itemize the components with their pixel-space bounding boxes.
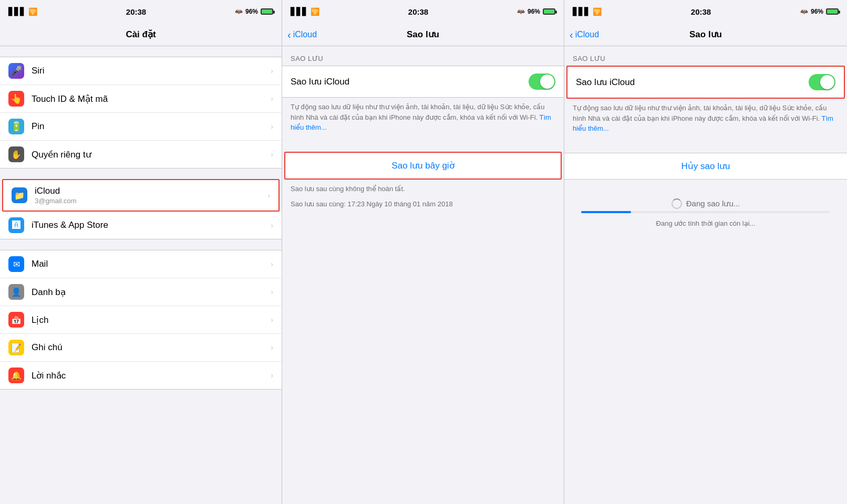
status-signal: ▋▋▋ 🛜: [8, 7, 37, 16]
icloud-chevron: ›: [267, 191, 270, 200]
bat-icon-3: 🦇: [800, 8, 808, 15]
settings-item-pin[interactable]: 🔋 Pin ›: [0, 113, 282, 141]
cancel-backup-card: Hủy sao lưu: [564, 153, 847, 180]
backup-toggle-card-2: Sao lưu iCloud: [566, 66, 845, 99]
settings-item-notes[interactable]: 📝 Ghi chú ›: [0, 334, 282, 362]
status-time-2: 20:38: [408, 7, 428, 16]
reminders-icon: 🔔: [8, 368, 24, 383]
bat-icon: 🦇: [235, 8, 243, 15]
calendar-label: Lịch: [32, 314, 271, 326]
progress-bar-fill: [581, 211, 631, 213]
settings-item-calendar[interactable]: 📅 Lịch ›: [0, 306, 282, 334]
backup-toggle-2[interactable]: [809, 74, 835, 90]
backup-title-2: Sao lưu: [689, 29, 722, 40]
settings-item-reminders[interactable]: 🔔 Lời nhắc ›: [0, 362, 282, 389]
status-battery-3: 🦇 96%: [800, 8, 839, 15]
icloud-icon: 📁: [12, 187, 27, 203]
settings-item-icloud[interactable]: 📁 iCloud 3@gmail.com ›: [3, 180, 278, 211]
status-battery-1: 🦇 96%: [235, 8, 273, 15]
reminders-chevron: ›: [271, 371, 273, 380]
battery-icon-2: [543, 8, 555, 15]
status-battery-2: 🦇 96%: [517, 8, 555, 15]
backup-description-2: Tự động sao lưu dữ liệu như thư viện ảnh…: [564, 99, 847, 142]
siri-label: Siri: [32, 66, 271, 76]
notes-chevron: ›: [271, 343, 273, 352]
backup-now-label: Sao lưu bây giờ: [391, 160, 454, 171]
settings-item-privacy[interactable]: ✋ Quyền riêng tư ›: [0, 141, 282, 168]
status-time-3: 20:38: [691, 7, 711, 16]
back-icloud-btn-2[interactable]: ‹ iCloud: [570, 29, 599, 40]
privacy-chevron: ›: [271, 150, 273, 159]
settings-item-contacts[interactable]: 👤 Danh bạ ›: [0, 278, 282, 306]
nav-backup-2: ‹ iCloud Sao lưu: [564, 23, 847, 46]
estimating-text: Đang ước tính thời gian còn lại...: [573, 217, 839, 236]
battery-percent-2: 96%: [528, 8, 540, 15]
battery-icon-1: [261, 8, 273, 15]
backup-content-2: SAO LƯU Sao lưu iCloud Tự động sao lưu d…: [564, 46, 847, 504]
section-label-2: SAO LƯU: [564, 46, 847, 66]
progress-bar-container: [581, 211, 830, 213]
wifi-icon: 🛜: [28, 7, 37, 16]
status-signal-3: ▋▋▋ 🛜: [573, 7, 602, 16]
battery-percent-3: 96%: [811, 8, 823, 15]
backup-last-text: Sao lưu sau cùng: 17:23 Ngày 10 tháng 01…: [282, 195, 564, 210]
backup-description-1: Tự động sao lưu dữ liệu như thư viện ảnh…: [282, 98, 564, 141]
backup-failed-text: Sao lưu sau cùng không thể hoàn tất.: [282, 180, 564, 195]
pin-chevron: ›: [271, 122, 273, 131]
status-bar-2: ▋▋▋ 🛜 20:38 🦇 96%: [282, 0, 564, 23]
mail-icon: ✉: [8, 256, 24, 272]
panel-settings: ▋▋▋ 🛜 20:38 🦇 96% Cài đặt 🎤 Siri ›: [0, 0, 282, 504]
settings-item-mail[interactable]: ✉ Mail ›: [0, 250, 282, 278]
battery-percent-1: 96%: [245, 8, 258, 15]
backup-toggle-row-2: Sao lưu iCloud: [567, 67, 844, 98]
status-time-1: 20:38: [126, 7, 146, 16]
settings-item-itunes[interactable]: 🅰 iTunes & App Store ›: [0, 212, 282, 239]
backup-content-1: SAO LƯU Sao lưu iCloud Tự động sao lưu d…: [282, 46, 564, 504]
nav-settings: Cài đặt: [0, 23, 282, 46]
backup-toggle-row-1: Sao lưu iCloud: [282, 66, 564, 97]
settings-item-touchid[interactable]: 👆 Touch ID & Mật mã ›: [0, 85, 282, 113]
backup-now-card: Sao lưu bây giờ: [284, 152, 562, 180]
backup-toggle-label-2: Sao lưu iCloud: [576, 77, 635, 88]
toggle-knob-1: [540, 75, 554, 89]
apps-group: ✉ Mail › 👤 Danh bạ › 📅 Lịch ›: [0, 250, 282, 390]
cancel-backup-row[interactable]: Hủy sao lưu: [564, 153, 847, 179]
itunes-chevron: ›: [271, 221, 273, 229]
reminders-label: Lời nhắc: [32, 370, 271, 381]
toggle-knob-2: [820, 75, 834, 89]
pin-icon: 🔋: [8, 119, 24, 134]
itunes-label: iTunes & App Store: [32, 220, 271, 230]
backup-now-row[interactable]: Sao lưu bây giờ: [285, 153, 561, 178]
section-label-1: SAO LƯU: [282, 46, 564, 66]
status-signal-2: ▋▋▋ 🛜: [291, 7, 319, 16]
back-label-1: iCloud: [293, 30, 317, 39]
backup-toggle-1[interactable]: [529, 74, 555, 90]
touchid-icon: 👆: [8, 91, 24, 107]
backup-desc-text-2: Tự động sao lưu dữ liệu như thư viện ảnh…: [573, 104, 827, 122]
battery-icon-3: [826, 8, 839, 15]
calendar-chevron: ›: [271, 316, 273, 324]
signal-icon-3: ▋▋▋: [573, 7, 590, 16]
backup-now-wrapper: Sao lưu bây giờ: [284, 152, 562, 180]
bat-icon-2: 🦇: [517, 8, 525, 15]
siri-icon: 🎤: [8, 63, 24, 79]
signal-icon-2: ▋▋▋: [291, 7, 308, 16]
progress-row: Đang sao lưu...: [573, 190, 839, 211]
settings-item-siri[interactable]: 🎤 Siri ›: [0, 57, 282, 85]
back-icloud-btn-1[interactable]: ‹ iCloud: [287, 29, 317, 40]
settings-title: Cài đặt: [126, 29, 156, 40]
notes-label: Ghi chú: [32, 342, 271, 353]
back-chevron-1: ‹: [287, 29, 291, 40]
panel-backup-1: ▋▋▋ 🛜 20:38 🦇 96% ‹ iCloud Sao lưu SAO L…: [282, 0, 564, 504]
icloud-sublabel: 3@gmail.com: [35, 197, 267, 205]
contacts-icon: 👤: [8, 284, 24, 300]
backup-title-1: Sao lưu: [407, 29, 439, 40]
mail-label: Mail: [32, 259, 271, 269]
contacts-chevron: ›: [271, 288, 273, 296]
saving-label: Đang sao lưu...: [686, 199, 740, 208]
settings-list: 🎤 Siri › 👆 Touch ID & Mật mã › 🔋 Pin: [0, 46, 282, 504]
status-bar-3: ▋▋▋ 🛜 20:38 🦇 96%: [564, 0, 847, 23]
nav-backup-1: ‹ iCloud Sao lưu: [282, 23, 564, 46]
settings-group-top: 🎤 Siri › 👆 Touch ID & Mật mã › 🔋 Pin: [0, 57, 282, 169]
siri-chevron: ›: [271, 67, 273, 75]
